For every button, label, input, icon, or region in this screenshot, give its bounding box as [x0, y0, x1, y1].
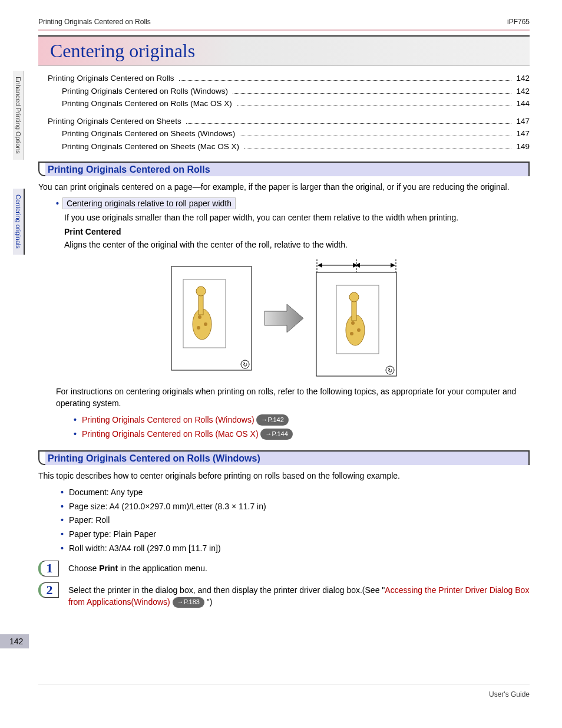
toc-entry[interactable]: Printing Originals Centered on Sheets (M…	[48, 140, 530, 153]
svg-rect-23	[352, 299, 356, 321]
page-footer: User's Guide	[38, 684, 530, 699]
toc-entry[interactable]: Printing Originals Centered on Rolls142	[48, 72, 530, 85]
page-header: Printing Originals Centered on Rolls iPF…	[38, 18, 530, 31]
section-heading: Printing Originals Centered on Rolls (Wi…	[38, 450, 530, 465]
page: Enhanced Printing Options Centering orig…	[0, 0, 562, 728]
svg-point-26	[357, 328, 361, 332]
svg-point-4	[196, 286, 206, 296]
svg-point-24	[349, 292, 359, 302]
svg-marker-16	[318, 263, 322, 268]
illustration: ↻ ↻	[38, 259, 530, 377]
svg-point-27	[350, 332, 353, 335]
svg-point-7	[197, 326, 200, 330]
side-tab-chapter: Centering originals	[13, 189, 25, 255]
side-tab-category: Enhanced Printing Options	[13, 71, 24, 160]
bullet-icon: •	[56, 199, 59, 208]
step-number: 2	[38, 582, 59, 598]
bullet-block: •Centering originals relative to roll pa…	[56, 197, 530, 251]
paragraph: If you use originals smaller than the ro…	[64, 212, 530, 223]
svg-point-25	[351, 321, 355, 325]
paragraph: You can print originals centered on a pa…	[38, 181, 530, 193]
paragraph: Aligns the center of the original with t…	[64, 239, 530, 251]
svg-rect-3	[199, 294, 203, 315]
page-number-tab: 142	[0, 634, 29, 648]
list-item: Printing Originals Centered on Rolls (Wi…	[74, 414, 530, 427]
svg-text:↻: ↻	[243, 361, 247, 368]
chapter-title: Centering originals	[38, 37, 530, 65]
list-item: Page size: A4 (210.0×297.0 mm)/Letter (8…	[61, 500, 530, 513]
step-text: Choose Print in the application menu.	[68, 561, 530, 574]
paragraph: For instructions on centering originals …	[56, 386, 530, 410]
svg-marker-19	[391, 263, 395, 268]
toc-entry[interactable]: Printing Originals Centered on Sheets (W…	[48, 127, 530, 140]
svg-marker-10	[265, 304, 303, 332]
step: 1 Choose Print in the application menu.	[38, 561, 530, 576]
toc-entry[interactable]: Printing Originals Centered on Rolls (Wi…	[48, 85, 530, 98]
cross-reference-link[interactable]: Printing Originals Centered on Rolls (Wi…	[82, 415, 254, 424]
paragraph: This topic describes how to center origi…	[38, 470, 530, 482]
svg-point-6	[204, 322, 207, 326]
list-item: Paper type: Plain Paper	[61, 528, 530, 541]
page-reference-badge[interactable]: →P.142	[256, 414, 288, 426]
list-item: Roll width: A3/A4 roll (297.0 mm [11.7 i…	[61, 542, 530, 555]
header-right-text: iPF765	[507, 18, 530, 26]
giraffe-before-icon: ↻	[170, 265, 253, 371]
page-reference-badge[interactable]: →P.183	[173, 597, 204, 608]
svg-point-5	[198, 315, 201, 319]
highlighted-text: Centering originals relative to roll pap…	[62, 197, 236, 209]
subheading: Print Centered	[64, 226, 530, 238]
header-left-text: Printing Originals Centered on Rolls	[38, 18, 151, 26]
arrow-right-icon	[263, 301, 305, 336]
toc-entry[interactable]: Printing Originals Centered on Sheets147	[48, 115, 530, 128]
svg-marker-18	[355, 263, 360, 268]
bullet-list: Document: Any type Page size: A4 (210.0×…	[61, 486, 530, 555]
step-text: Select the printer in the dialog box, an…	[68, 582, 530, 608]
giraffe-after-icon: ↻	[315, 259, 398, 377]
step-number: 1	[38, 561, 59, 576]
list-item: Printing Originals Centered on Rolls (Ma…	[74, 428, 530, 441]
list-item: Document: Any type	[61, 486, 530, 499]
svg-text:↻: ↻	[388, 367, 392, 374]
cross-reference-link[interactable]: Printing Originals Centered on Rolls (Ma…	[82, 429, 259, 439]
step: 2 Select the printer in the dialog box, …	[38, 582, 530, 608]
list-item: Paper: Roll	[61, 514, 530, 527]
chapter-title-box: Centering originals	[38, 35, 530, 66]
toc-entry[interactable]: Printing Originals Centered on Rolls (Ma…	[48, 97, 530, 110]
section-heading: Printing Originals Centered on Rolls	[38, 162, 530, 176]
table-of-contents: Printing Originals Centered on Rolls142 …	[38, 72, 530, 153]
page-reference-badge[interactable]: →P.144	[260, 429, 292, 440]
